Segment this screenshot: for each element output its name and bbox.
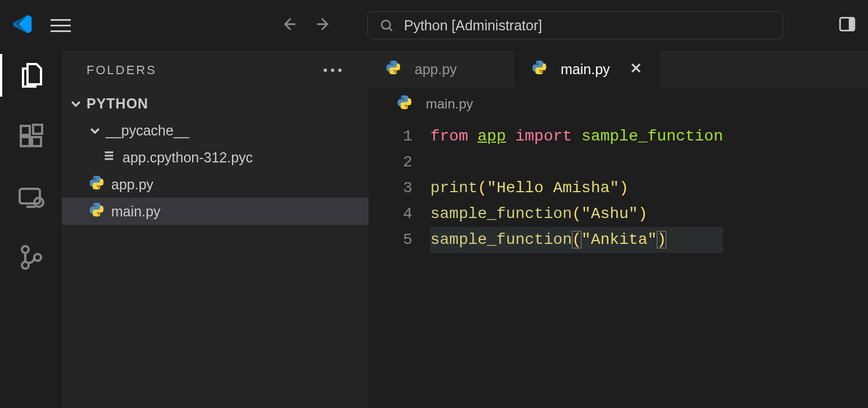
activity-bar (0, 51, 62, 408)
tree-root[interactable]: PYTHON (62, 90, 369, 117)
editor: app.py main.py main.py 1 2 3 4 5 from ap (369, 51, 868, 408)
line-number: 2 (369, 149, 412, 175)
tab-app[interactable]: app.py (369, 51, 515, 88)
breadcrumb-file: main.py (426, 96, 473, 112)
python-icon (89, 175, 104, 194)
breadcrumb[interactable]: main.py (369, 88, 868, 120)
tab-label: main.py (561, 61, 610, 78)
layout-toggle-icon[interactable] (838, 15, 857, 36)
svg-rect-5 (32, 137, 41, 146)
close-icon[interactable] (630, 61, 642, 78)
nav-arrows (279, 15, 334, 36)
tree-folder-pycache[interactable]: __pycache__ (62, 117, 369, 144)
svg-rect-2 (849, 19, 854, 30)
more-icon[interactable] (324, 69, 342, 72)
code-area[interactable]: 1 2 3 4 5 from app import sample_functio… (369, 120, 868, 253)
python-icon (531, 60, 547, 79)
tree-file-label: app.py (111, 176, 153, 193)
search-text: Python [Administrator] (404, 17, 542, 34)
python-icon (89, 202, 104, 221)
python-icon (385, 60, 401, 79)
code-line: sample_function("Ashu") (430, 201, 723, 227)
code[interactable]: from app import sample_function print("H… (430, 124, 723, 253)
tree-file-app[interactable]: app.py (62, 171, 369, 198)
explorer-icon[interactable] (0, 62, 62, 89)
code-line (430, 149, 723, 175)
file-icon (102, 149, 116, 166)
search-box[interactable]: Python [Administrator] (367, 11, 783, 39)
line-number: 1 (369, 124, 412, 149)
nav-back-button[interactable] (279, 15, 298, 36)
menu-icon[interactable] (45, 13, 76, 38)
gutter: 1 2 3 4 5 (369, 124, 430, 253)
tree-file-main[interactable]: main.py (62, 198, 369, 225)
nav-forward-button[interactable] (315, 15, 334, 36)
tab-label: app.py (415, 61, 457, 78)
tree-root-label: PYTHON (87, 96, 148, 112)
tree-file-label: app.cpython-312.pyc (122, 149, 253, 166)
vscode-logo-icon (11, 13, 34, 38)
svg-rect-6 (33, 125, 42, 134)
sidebar-header: FOLDERS (62, 51, 369, 90)
chevron-down-icon (89, 124, 101, 137)
chevron-down-icon (70, 97, 82, 110)
svg-rect-3 (21, 126, 30, 135)
code-line: print("Hello Amisha") (430, 175, 723, 201)
tabs: app.py main.py (369, 51, 868, 88)
svg-rect-4 (21, 137, 30, 146)
tree-folder-label: __pycache__ (106, 123, 189, 139)
tree-file-label: main.py (111, 203, 161, 220)
line-number: 3 (369, 175, 412, 201)
sidebar-title: FOLDERS (87, 63, 157, 78)
remote-explorer-icon[interactable] (0, 183, 62, 210)
extensions-icon[interactable] (0, 123, 62, 149)
line-number: 4 (369, 201, 412, 227)
line-number: 5 (369, 227, 412, 253)
python-icon (397, 94, 412, 114)
svg-point-0 (381, 20, 390, 29)
code-line: sample_function("Ankita") (430, 227, 723, 253)
file-tree: PYTHON __pycache__ app.cpython-312.pyc a… (62, 90, 369, 225)
tab-main[interactable]: main.py (515, 51, 661, 88)
titlebar: Python [Administrator] (0, 0, 868, 51)
source-control-icon[interactable] (0, 244, 62, 271)
svg-point-9 (22, 246, 29, 253)
tree-file-pyc[interactable]: app.cpython-312.pyc (62, 144, 369, 171)
svg-rect-7 (20, 189, 40, 203)
code-line: from app import sample_function (430, 124, 723, 149)
search-icon (379, 18, 394, 33)
sidebar: FOLDERS PYTHON __pycache__ app.cpython-3… (62, 51, 369, 408)
